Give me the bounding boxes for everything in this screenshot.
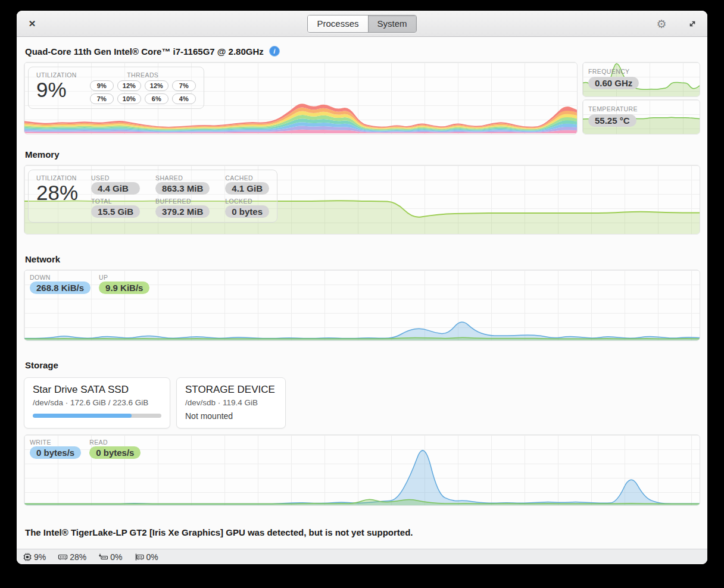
device-usage-bar [33,414,161,418]
storage-devices: Star Drive SATA SSD /dev/sda · 172.6 GiB… [24,377,700,429]
storage-history-chart: WRITE 0 bytes/s READ 0 bytes/s [24,434,700,506]
cpu-threads-grid: THREADS 9% 12% 12% 7% 7% 10% 6 [90,71,196,104]
cpu-utilization-chart: UTILIZATION 9% THREADS 9% 12% 12% 7% [24,62,578,135]
gpu-notice-text: The Intel® TigerLake-LP GT2 [Iris Xe Gra… [25,527,699,537]
gpu-icon [135,552,145,562]
view-switcher: Processes System [307,15,416,33]
fullscreen-expand-icon[interactable] [686,17,699,30]
memory-used-label: USED [91,174,140,182]
tab-processes[interactable]: Processes [308,15,367,32]
thread-usage-pill: 10% [117,93,141,104]
system-view: Quad-Core 11th Gen Intel® Core™ i7-1165G… [17,37,707,549]
memory-buffered-badge: 379.2 MiB [155,205,210,218]
network-down-badge: 268.8 KiB/s [30,282,90,294]
device-status: Not mounted [185,411,277,421]
memory-buffered-label: BUFFERED [155,198,210,205]
cpu-frequency-chart: FREQUENCY 0.60 GHz [582,62,700,97]
memory-shared-badge: 863.3 MiB [155,182,210,195]
settings-gear-icon[interactable]: ⚙ [655,17,668,30]
statusbar-cpu: 9% [23,552,46,562]
statusbar: 9% 28% 0% 0% [17,549,707,564]
thread-usage-pill: 9% [90,80,114,91]
headerbar: ✕ Processes System ⚙ [17,11,707,37]
memory-cached-label: CACHED [225,174,269,182]
storage-read-badge: 0 bytes/s [89,446,141,459]
network-up-label: UP [99,274,149,281]
storage-write-label: WRITE [30,439,81,446]
temperature-label: TEMPERATURE [588,105,638,112]
storage-device-card-sdb: STORAGE DEVICE /dev/sdb · 119.4 GiB Not … [176,377,286,429]
memory-total-label: TOTAL [91,198,140,205]
statusbar-gpu-value: 0% [146,552,158,562]
device-usage-fill [33,414,132,418]
thread-usage-pill: 7% [90,93,114,104]
close-button[interactable]: ✕ [26,18,38,30]
cpu-icon [23,552,32,562]
device-details: /dev/sda · 172.6 GiB / 223.6 GiB [33,398,161,407]
system-monitor-window: ✕ Processes System ⚙ Quad-Core 11th Gen … [17,11,707,564]
cpu-utilization-value: 9% [36,79,77,102]
cpu-title: Quad-Core 11th Gen Intel® Core™ i7-1165G… [25,46,264,57]
memory-utilization-chart: UTILIZATION 28% USED 4.4 GiB TOTAL 15.5 … [24,165,700,234]
thread-usage-pill: 7% [172,80,196,91]
frequency-badge: 0.60 GHz [588,77,639,89]
network-section-title: Network [25,254,699,264]
diagonal-arrows-icon [688,19,697,29]
cpu-stats-card: UTILIZATION 9% THREADS 9% 12% 12% 7% [28,67,204,109]
storage-read-label: READ [89,439,141,446]
device-details: /dev/sdb · 119.4 GiB [185,398,277,407]
swap-icon [98,552,108,562]
memory-stats-card: UTILIZATION 28% USED 4.4 GiB TOTAL 15.5 … [28,170,277,223]
tab-system[interactable]: System [368,15,416,32]
network-history-chart: DOWN 268.8 KiB/s UP 9.9 KiB/s [24,270,700,341]
statusbar-swap: 0% [98,552,122,562]
memory-shared-label: SHARED [155,174,210,182]
memory-locked-label: LOCKED [225,198,269,205]
statusbar-swap-value: 0% [110,552,122,562]
thread-usage-pill: 6% [145,93,168,104]
frequency-label: FREQUENCY [588,68,630,75]
memory-cached-badge: 4.1 GiB [225,182,269,195]
thread-usage-pill: 12% [145,80,168,91]
statusbar-cpu-value: 9% [34,552,46,562]
statusbar-memory-value: 28% [70,552,86,562]
storage-section-title: Storage [25,360,699,370]
thread-usage-pill: 4% [172,93,196,104]
memory-utilization-value: 28% [36,182,78,205]
thread-usage-pill: 12% [117,80,141,91]
statusbar-gpu: 0% [135,552,158,562]
cpu-section: UTILIZATION 9% THREADS 9% 12% 12% 7% [24,62,700,135]
network-down-label: DOWN [30,274,90,281]
cpu-threads-label: THREADS [127,71,158,79]
memory-locked-badge: 0 bytes [225,205,269,218]
cpu-temperature-chart: TEMPERATURE 55.25 °C [582,99,700,135]
info-icon[interactable]: i [269,46,280,57]
temperature-badge: 55.25 °C [588,114,636,127]
device-name: Star Drive SATA SSD [33,384,161,396]
statusbar-memory: 28% [58,552,86,562]
storage-device-card-sda: Star Drive SATA SSD /dev/sda · 172.6 GiB… [24,377,170,429]
memory-section-title: Memory [25,149,699,159]
network-up-badge: 9.9 KiB/s [99,282,149,294]
device-name: STORAGE DEVICE [185,384,277,396]
memory-used-badge: 4.4 GiB [91,182,140,195]
storage-write-badge: 0 bytes/s [30,446,81,459]
memory-icon [58,552,68,562]
memory-total-badge: 15.5 GiB [91,205,140,218]
